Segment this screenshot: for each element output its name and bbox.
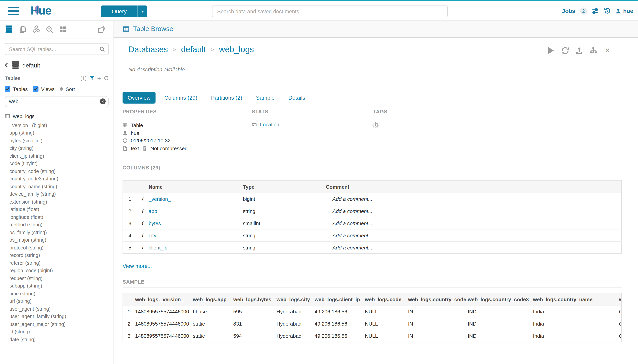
zoom-in-icon[interactable] [46, 25, 54, 34]
sidebar-column[interactable]: bytes (smallint) [10, 137, 113, 145]
sidebar-column[interactable]: request (string) [10, 275, 113, 282]
sidebar-table-web-logs[interactable]: web_logs [5, 113, 113, 119]
tab-partitions[interactable]: Partitions (2) [206, 92, 248, 104]
column-type: string [243, 242, 324, 254]
sidebar-column[interactable]: date (string) [10, 336, 113, 344]
sort-toggle[interactable]: Sort [66, 86, 75, 92]
sidebar-column[interactable]: referer (string) [10, 260, 113, 267]
sidebar-column[interactable]: _version_ (bigint) [10, 122, 113, 130]
column-name-link[interactable]: client_ip [149, 244, 167, 250]
sidebar-column[interactable]: record (string) [10, 252, 113, 260]
upload-icon[interactable] [575, 47, 583, 54]
documents-icon[interactable] [19, 25, 27, 34]
tab-columns[interactable]: Columns (29) [159, 92, 202, 104]
row-number: 5 [123, 242, 137, 254]
tab-details[interactable]: Details [283, 92, 310, 104]
tables-header-row: Tables (1) + [5, 75, 109, 81]
breadcrumb-databases[interactable]: Databases [128, 45, 168, 54]
sql-table-search-button[interactable] [96, 43, 109, 55]
hue-logo[interactable]: Hue [31, 4, 51, 17]
menu-icon[interactable] [8, 7, 19, 17]
column-name-link[interactable]: bytes [149, 220, 161, 226]
sidebar-column[interactable]: url (string) [10, 298, 113, 306]
tab-sample[interactable]: Sample [251, 92, 280, 104]
sidebar-column[interactable]: country_code (string) [10, 168, 113, 176]
column-name-link[interactable]: city [149, 232, 156, 238]
info-icon[interactable]: i [137, 205, 149, 217]
comment-placeholder[interactable]: Add a comment... [324, 193, 621, 205]
refresh-icon[interactable] [561, 47, 569, 54]
column-name-link[interactable]: app [149, 208, 157, 214]
info-icon[interactable]: i [137, 229, 149, 242]
sidebar-column[interactable]: os_family (string) [10, 229, 113, 237]
sidebar-column[interactable]: extension (string) [10, 198, 113, 206]
sidebar-column[interactable]: id (string) [10, 328, 113, 336]
sample-header: web_logs.code [365, 294, 408, 306]
info-icon[interactable]: i [137, 242, 149, 254]
sidebar-column[interactable]: country_name (string) [10, 183, 113, 191]
sidebar-column[interactable]: region_code (bigint) [10, 267, 113, 275]
property-created: 01/06/2017 10:32 [123, 137, 239, 144]
sidebar-column[interactable]: client_ip (string) [10, 152, 113, 160]
sql-table-search-input[interactable] [5, 43, 96, 55]
sort-icon [60, 87, 63, 92]
query-dropdown-button[interactable] [137, 6, 147, 17]
sidebar-column[interactable]: latitude (float) [10, 206, 113, 214]
sidebar-column[interactable]: country_code3 (string) [10, 176, 113, 183]
filter-funnel-icon[interactable] [89, 76, 94, 81]
sitemap-icon[interactable] [589, 47, 597, 54]
jobs-count-badge[interactable]: 2 [580, 8, 587, 14]
table-grid-icon [5, 114, 10, 119]
location-link[interactable]: Location [252, 122, 366, 128]
close-icon[interactable]: × [603, 47, 611, 54]
apps-grid-icon[interactable] [59, 25, 67, 34]
history-icon[interactable] [603, 8, 610, 14]
sidebar-column[interactable]: user_agent_major (string) [10, 321, 113, 328]
info-icon[interactable]: i [137, 193, 149, 205]
tables-checkbox-label[interactable]: Tables [13, 86, 28, 92]
tables-checkbox[interactable] [5, 86, 10, 92]
views-checkbox-label[interactable]: Views [41, 86, 55, 92]
sidebar-column[interactable]: os_major (string) [10, 237, 113, 244]
sidebar-column[interactable]: method (string) [10, 222, 113, 229]
property-owner-value: hue [131, 130, 139, 136]
global-search-input[interactable] [212, 6, 448, 17]
view-more-link[interactable]: View more... [123, 263, 152, 269]
sidebar-column[interactable]: app (string) [10, 130, 113, 137]
user-menu[interactable]: hue [615, 8, 633, 14]
comment-placeholder[interactable]: Add a comment... [324, 205, 621, 217]
table-filter-input[interactable] [5, 96, 109, 107]
add-table-icon[interactable]: + [97, 76, 101, 81]
views-checkbox[interactable] [33, 86, 38, 92]
jobs-link[interactable]: Jobs [562, 8, 575, 14]
column-type: smallint [243, 217, 324, 229]
caret-down-icon [141, 10, 144, 12]
tab-overview[interactable]: Overview [123, 92, 156, 104]
sidebar-column[interactable]: user_agent_family (string) [10, 313, 113, 321]
sidebar-column[interactable]: time (string) [10, 290, 113, 298]
database-name: default [22, 62, 40, 69]
sidebar-column[interactable]: code (tinyint) [10, 160, 113, 168]
folder-docs-icon[interactable] [97, 25, 106, 34]
sidebar-column[interactable]: longitude (float) [10, 214, 113, 222]
sidebar-column[interactable]: user_agent (string) [10, 306, 113, 313]
play-icon[interactable] [547, 47, 555, 54]
comment-placeholder[interactable]: Add a comment... [324, 217, 621, 229]
sidebar-column[interactable]: subapp (string) [10, 282, 113, 290]
sidebar-column[interactable]: city (string) [10, 145, 113, 152]
sidebar-column[interactable]: protocol (string) [10, 244, 113, 252]
query-button[interactable]: Query [101, 6, 137, 17]
breadcrumb-web-logs[interactable]: web_logs [219, 45, 254, 54]
info-icon[interactable]: i [137, 217, 149, 229]
refresh-tables-icon[interactable] [104, 76, 109, 81]
sliders-icon[interactable] [592, 8, 599, 14]
sidebar-column[interactable]: device_family (string) [10, 191, 113, 198]
breadcrumb-default[interactable]: default [181, 45, 206, 54]
column-name-link[interactable]: _version_ [149, 196, 171, 202]
comment-placeholder[interactable]: Add a comment... [324, 242, 621, 254]
database-breadcrumb-row[interactable]: default [5, 61, 109, 70]
comment-placeholder[interactable]: Add a comment... [324, 229, 621, 242]
cubes-icon[interactable] [32, 25, 41, 34]
database-icon[interactable] [6, 25, 14, 34]
table-grid-icon [123, 123, 128, 128]
